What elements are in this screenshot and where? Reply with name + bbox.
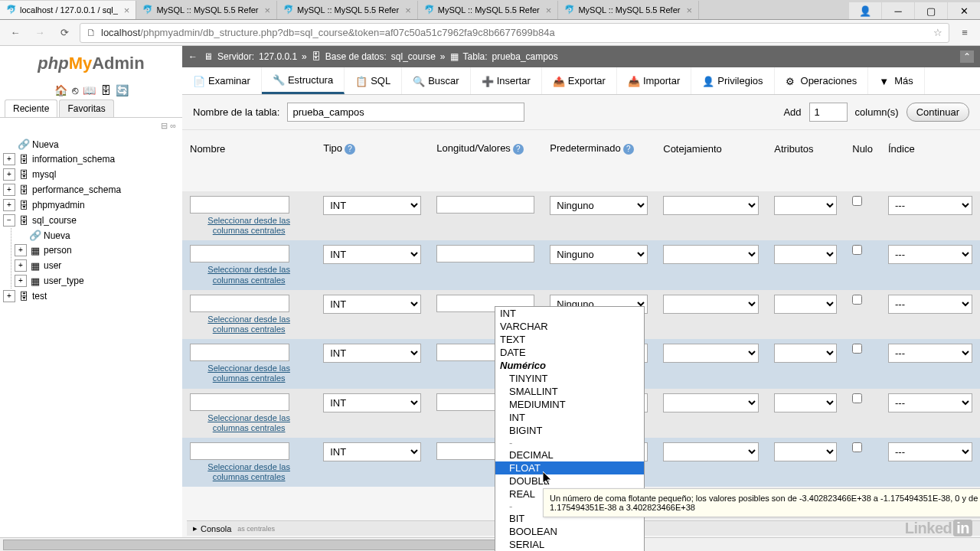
- column-collation-select[interactable]: [663, 442, 759, 461]
- main-tab-más[interactable]: ▼Más: [868, 67, 925, 94]
- table-name-input[interactable]: [287, 103, 524, 122]
- main-tab-importar[interactable]: 📥Importar: [617, 67, 691, 94]
- continue-button[interactable]: Continuar: [906, 103, 969, 122]
- column-index-select[interactable]: ---: [888, 442, 972, 461]
- tree-child-new[interactable]: Nueva: [44, 230, 70, 241]
- tree-db-information_schema[interactable]: information_schema: [32, 154, 115, 165]
- column-index-select[interactable]: ---: [888, 196, 972, 215]
- tree-db-mysql[interactable]: mysql: [32, 169, 56, 180]
- url-bar[interactable]: 🗋 localhost/phpmyadmin/db_structure.php?…: [80, 23, 949, 43]
- column-index-select[interactable]: ---: [888, 295, 972, 314]
- expand-icon[interactable]: +: [3, 290, 15, 302]
- column-attr-select[interactable]: [774, 196, 837, 215]
- close-tab-icon[interactable]: ×: [686, 5, 692, 16]
- dropdown-option[interactable]: INT: [495, 307, 644, 320]
- tab-recent[interactable]: Reciente: [5, 99, 57, 117]
- main-tab-examinar[interactable]: 📄Examinar: [182, 67, 262, 94]
- central-columns-link[interactable]: Seleccionar desde las columnas centrales: [190, 462, 308, 482]
- column-index-select[interactable]: ---: [888, 393, 972, 412]
- central-columns-link[interactable]: Seleccionar desde las columnas centrales: [190, 364, 308, 383]
- column-null-checkbox[interactable]: [852, 245, 862, 255]
- tree-table-user[interactable]: user: [44, 260, 61, 271]
- expand-icon[interactable]: +: [3, 168, 15, 181]
- reload-button[interactable]: ⟳: [55, 24, 74, 42]
- help-pred-icon[interactable]: ?: [623, 144, 634, 155]
- breadcrumb-db[interactable]: sql_course: [391, 51, 436, 62]
- column-name-input[interactable]: [190, 295, 289, 312]
- column-length-input[interactable]: [436, 245, 534, 262]
- column-null-checkbox[interactable]: [852, 344, 862, 354]
- dropdown-option[interactable]: INT: [495, 411, 644, 424]
- help-longitud-icon[interactable]: ?: [513, 144, 524, 155]
- back-button[interactable]: ←: [6, 24, 24, 42]
- column-null-checkbox[interactable]: [852, 393, 862, 403]
- column-name-input[interactable]: [190, 442, 289, 460]
- forward-button[interactable]: →: [31, 24, 49, 42]
- central-columns-link[interactable]: Seleccionar desde las columnas centrales: [190, 265, 308, 285]
- dropdown-option[interactable]: DOUBLE: [495, 474, 644, 487]
- dropdown-option[interactable]: TEXT: [495, 333, 644, 346]
- dropdown-option[interactable]: DECIMAL: [495, 448, 644, 461]
- column-collation-select[interactable]: [663, 196, 759, 215]
- main-tab-buscar[interactable]: 🔍Buscar: [402, 67, 470, 94]
- column-collation-select[interactable]: [663, 245, 759, 264]
- close-tab-icon[interactable]: ×: [546, 5, 552, 16]
- column-attr-select[interactable]: [774, 295, 837, 314]
- browser-tab-4[interactable]: 🐬MySQL :: MySQL 5.5 Refer×: [558, 1, 699, 19]
- tree-db-sql_course[interactable]: sql_course: [32, 215, 77, 226]
- browser-tab-2[interactable]: 🐬MySQL :: MySQL 5.5 Refer×: [277, 1, 418, 19]
- browser-tab-1[interactable]: 🐬MySQL :: MySQL 5.5 Refer×: [136, 1, 277, 19]
- column-type-select[interactable]: INT: [323, 344, 421, 363]
- docs-icon[interactable]: 📖: [83, 84, 96, 96]
- main-tab-exportar[interactable]: 📤Exportar: [542, 67, 617, 94]
- column-type-select[interactable]: INT: [323, 295, 421, 314]
- expand-icon[interactable]: +: [3, 184, 15, 196]
- column-attr-select[interactable]: [774, 344, 837, 363]
- column-length-input[interactable]: [436, 196, 534, 214]
- central-columns-link[interactable]: Seleccionar desde las columnas centrales: [190, 315, 308, 334]
- star-icon[interactable]: ☆: [933, 27, 942, 38]
- dropdown-option[interactable]: TINYINT: [495, 372, 644, 385]
- column-attr-select[interactable]: [774, 245, 837, 264]
- close-window-button[interactable]: ✕: [948, 2, 980, 19]
- collapse-icons[interactable]: ⊟ ∞: [0, 118, 182, 134]
- dropdown-option[interactable]: FLOAT: [495, 461, 644, 474]
- expand-icon[interactable]: +: [15, 259, 27, 272]
- dropdown-option[interactable]: BOOLEAN: [495, 525, 644, 538]
- column-name-input[interactable]: [190, 196, 289, 214]
- add-count-input[interactable]: [809, 103, 848, 122]
- central-columns-link[interactable]: Seleccionar desde las columnas centrales: [190, 216, 308, 236]
- browser-tab-0[interactable]: 🐬localhost / 127.0.0.1 / sql_×: [0, 1, 136, 19]
- central-columns-link[interactable]: Seleccionar desde las columnas centrales: [190, 413, 308, 433]
- help-tipo-icon[interactable]: ?: [345, 144, 355, 155]
- column-name-input[interactable]: [190, 393, 289, 411]
- horizontal-scrollbar[interactable]: [0, 537, 980, 551]
- menu-button[interactable]: ≡: [956, 24, 974, 42]
- dropdown-option[interactable]: MEDIUMINT: [495, 398, 644, 411]
- tree-table-person[interactable]: person: [44, 245, 72, 256]
- minimize-button[interactable]: ─: [882, 2, 914, 19]
- column-type-select[interactable]: INT: [323, 196, 421, 215]
- close-tab-icon[interactable]: ×: [405, 5, 411, 16]
- main-tab-insertar[interactable]: ➕Insertar: [471, 67, 542, 94]
- account-button[interactable]: 👤: [849, 2, 881, 19]
- browser-tab-3[interactable]: 🐬MySQL :: MySQL 5.5 Refer×: [418, 1, 559, 19]
- reload-icon[interactable]: 🔄: [116, 84, 129, 96]
- column-attr-select[interactable]: [774, 393, 837, 412]
- dropdown-option[interactable]: SMALLINT: [495, 385, 644, 398]
- sql-icon[interactable]: 🗄: [100, 84, 111, 96]
- dropdown-option[interactable]: VARCHAR: [495, 320, 644, 333]
- main-tab-privilegios[interactable]: 👤Privilegios: [691, 67, 774, 94]
- tree-table-user_type[interactable]: user_type: [44, 276, 84, 286]
- expand-icon[interactable]: +: [15, 244, 27, 256]
- collapse-icon[interactable]: ⌃: [960, 51, 974, 63]
- main-tab-sql[interactable]: 📋SQL: [345, 67, 402, 94]
- column-default-select[interactable]: Ninguno: [550, 245, 648, 264]
- logo[interactable]: phpMyAdmin: [0, 46, 182, 81]
- column-null-checkbox[interactable]: [852, 442, 862, 452]
- expand-icon[interactable]: +: [3, 199, 15, 211]
- tree-db-performance_schema[interactable]: performance_schema: [32, 184, 121, 195]
- column-name-input[interactable]: [190, 344, 289, 361]
- tab-favorites[interactable]: Favoritas: [59, 99, 113, 117]
- expand-icon[interactable]: −: [3, 214, 15, 227]
